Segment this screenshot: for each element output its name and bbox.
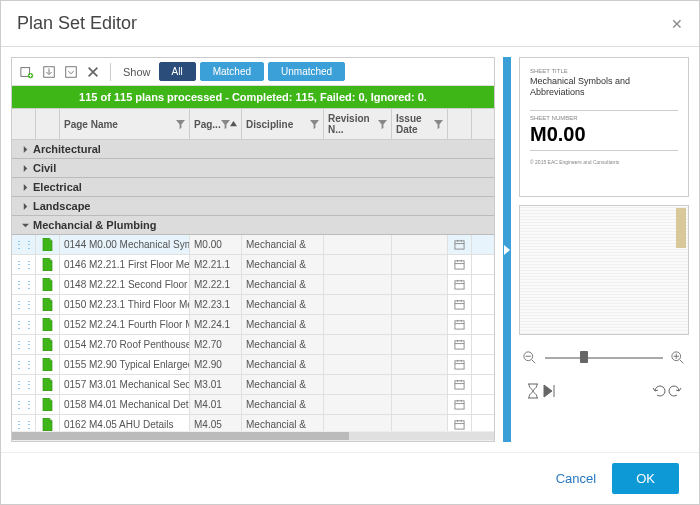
group-row[interactable]: Architectural [12,140,494,159]
drag-handle-icon[interactable]: ⋮⋮ [12,255,36,274]
col-revision[interactable]: Revision N... [324,109,392,139]
skip-next-icon[interactable] [541,383,557,399]
revision-cell[interactable] [324,235,392,254]
revision-cell[interactable] [324,335,392,354]
download-icon[interactable] [40,63,58,81]
drag-handle-icon[interactable]: ⋮⋮ [12,375,36,394]
funnel-icon[interactable] [176,120,185,129]
calendar-cell[interactable] [448,395,472,414]
funnel-icon[interactable] [221,120,230,129]
revision-cell[interactable] [324,415,392,431]
page-number-cell[interactable]: M2.90 [190,355,242,374]
grid-body[interactable]: ArchitecturalCivilElectricalLandscapeMec… [12,140,494,431]
drag-handle-icon[interactable]: ⋮⋮ [12,295,36,314]
discipline-cell[interactable]: Mechancial & [242,295,324,314]
close-icon[interactable]: ✕ [671,16,683,32]
zoom-slider[interactable] [545,356,663,360]
hourglass-icon[interactable] [525,383,541,399]
discipline-cell[interactable]: Mechancial & [242,235,324,254]
issue-date-cell[interactable] [392,375,448,394]
page-number-cell[interactable]: M3.01 [190,375,242,394]
table-row[interactable]: ⋮⋮0150 M2.23.1 Third Floor MechaM2.23.1M… [12,295,494,315]
group-row[interactable]: Civil [12,159,494,178]
issue-date-cell[interactable] [392,235,448,254]
discipline-cell[interactable]: Mechancial & [242,315,324,334]
table-row[interactable]: ⋮⋮0158 M4.01 Mechanical DetailsM4.01Mech… [12,395,494,415]
collapse-icon[interactable] [62,63,80,81]
discipline-cell[interactable]: Mechancial & [242,375,324,394]
issue-date-cell[interactable] [392,355,448,374]
calendar-cell[interactable] [448,415,472,431]
table-row[interactable]: ⋮⋮0148 M2.22.1 Second Floor MecM2.22.1Me… [12,275,494,295]
revision-cell[interactable] [324,315,392,334]
funnel-icon[interactable] [434,120,443,129]
table-row[interactable]: ⋮⋮0162 M4.05 AHU DetailsM4.05Mechancial … [12,415,494,431]
table-row[interactable]: ⋮⋮0146 M2.21.1 First Floor MechanM2.21.1… [12,255,494,275]
filter-matched-button[interactable]: Matched [200,62,264,81]
page-number-cell[interactable]: M2.70 [190,335,242,354]
horizontal-scrollbar[interactable] [12,431,494,441]
discipline-cell[interactable]: Mechancial & [242,355,324,374]
table-row[interactable]: ⋮⋮0152 M2.24.1 Fourth Floor MechM2.24.1M… [12,315,494,335]
drag-handle-icon[interactable]: ⋮⋮ [12,395,36,414]
calendar-cell[interactable] [448,375,472,394]
page-number-cell[interactable]: M4.05 [190,415,242,431]
page-number-cell[interactable]: M2.21.1 [190,255,242,274]
issue-date-cell[interactable] [392,395,448,414]
undo-icon[interactable] [651,383,667,399]
cancel-button[interactable]: Cancel [556,471,596,486]
page-number-cell[interactable]: M2.23.1 [190,295,242,314]
calendar-cell[interactable] [448,275,472,294]
page-number-cell[interactable]: M0.00 [190,235,242,254]
funnel-icon[interactable] [310,120,319,129]
group-row[interactable]: Landscape [12,197,494,216]
table-row[interactable]: ⋮⋮0154 M2.70 Roof Penthouse MeM2.70Mecha… [12,335,494,355]
drag-handle-icon[interactable]: ⋮⋮ [12,355,36,374]
drag-handle-icon[interactable]: ⋮⋮ [12,275,36,294]
col-discipline[interactable]: Discipline [242,109,324,139]
drag-handle-icon[interactable]: ⋮⋮ [12,335,36,354]
discipline-cell[interactable]: Mechancial & [242,255,324,274]
drag-handle-icon[interactable]: ⋮⋮ [12,415,36,431]
col-issue-date[interactable]: Issue Date [392,109,448,139]
issue-date-cell[interactable] [392,335,448,354]
page-number-cell[interactable]: M2.24.1 [190,315,242,334]
add-plans-icon[interactable] [18,63,36,81]
sheet-thumbnail[interactable] [519,205,689,335]
revision-cell[interactable] [324,295,392,314]
filter-all-button[interactable]: All [159,62,196,81]
issue-date-cell[interactable] [392,415,448,431]
calendar-cell[interactable] [448,335,472,354]
discipline-cell[interactable]: Mechancial & [242,335,324,354]
ok-button[interactable]: OK [612,463,679,494]
zoom-in-icon[interactable] [671,351,685,365]
revision-cell[interactable] [324,255,392,274]
calendar-cell[interactable] [448,255,472,274]
redo-icon[interactable] [667,383,683,399]
revision-cell[interactable] [324,275,392,294]
revision-cell[interactable] [324,355,392,374]
group-row[interactable]: Electrical [12,178,494,197]
page-number-cell[interactable]: M2.22.1 [190,275,242,294]
table-row[interactable]: ⋮⋮0155 M2.90 Typical Enlarged MM2.90Mech… [12,355,494,375]
drag-handle-icon[interactable]: ⋮⋮ [12,235,36,254]
zoom-out-icon[interactable] [523,351,537,365]
group-row[interactable]: Mechancial & Plumbing [12,216,494,235]
col-page-name[interactable]: Page Name [60,109,190,139]
page-number-cell[interactable]: M4.01 [190,395,242,414]
issue-date-cell[interactable] [392,315,448,334]
calendar-cell[interactable] [448,235,472,254]
calendar-cell[interactable] [448,355,472,374]
issue-date-cell[interactable] [392,275,448,294]
table-row[interactable]: ⋮⋮0157 M3.01 Mechanical SectionM3.01Mech… [12,375,494,395]
issue-date-cell[interactable] [392,255,448,274]
calendar-cell[interactable] [448,295,472,314]
delete-icon[interactable] [84,63,102,81]
sort-asc-icon[interactable] [230,121,237,128]
calendar-cell[interactable] [448,315,472,334]
discipline-cell[interactable]: Mechancial & [242,415,324,431]
issue-date-cell[interactable] [392,295,448,314]
table-row[interactable]: ⋮⋮0144 M0.00 Mechanical SymboM0.00Mechan… [12,235,494,255]
revision-cell[interactable] [324,375,392,394]
discipline-cell[interactable]: Mechancial & [242,275,324,294]
